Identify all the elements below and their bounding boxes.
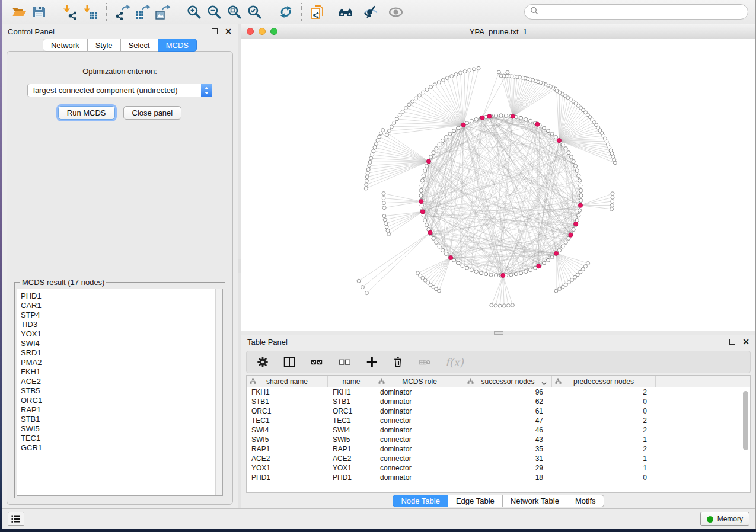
cell-predecessor-nodes[interactable]: 0	[552, 398, 656, 406]
cell-shared-name[interactable]: ACE2	[247, 454, 328, 463]
table-row[interactable]: SWI4SWI4dominator462	[247, 425, 750, 435]
cell-successor-nodes[interactable]: 43	[464, 435, 552, 444]
cell-predecessor-nodes[interactable]: 2	[552, 426, 656, 434]
cell-shared-name[interactable]: RAP1	[247, 445, 328, 453]
mcds-result-item[interactable]: RAP1	[21, 405, 212, 415]
cell-predecessor-nodes[interactable]: 1	[552, 464, 656, 472]
float-panel-icon[interactable]	[212, 28, 218, 34]
cell-predecessor-nodes[interactable]: 1	[552, 454, 656, 463]
cell-mcds-role[interactable]: dominator	[375, 426, 464, 434]
cell-shared-name[interactable]: SWI5	[247, 435, 328, 444]
float-panel-icon[interactable]	[729, 339, 735, 345]
tab-mcds[interactable]: MCDS	[158, 39, 197, 52]
cell-mcds-role[interactable]: dominator	[375, 407, 464, 415]
select-all-icon[interactable]	[310, 355, 324, 368]
minimize-window-icon[interactable]	[259, 28, 266, 35]
mcds-result-item[interactable]: TEC1	[21, 434, 212, 443]
cell-shared-name[interactable]: ORC1	[247, 407, 328, 415]
column-header-successor-nodes[interactable]: successor nodes	[464, 376, 552, 387]
mcds-result-item[interactable]: SRD1	[21, 348, 212, 358]
add-row-icon[interactable]	[365, 355, 378, 368]
search-field[interactable]	[524, 4, 748, 20]
cell-predecessor-nodes[interactable]: 2	[552, 416, 656, 425]
clone-network-icon[interactable]	[307, 2, 327, 21]
network-graph[interactable]	[241, 39, 755, 331]
cell-name[interactable]: RAP1	[328, 445, 375, 453]
splitter-handle[interactable]	[494, 331, 503, 335]
zoom-fit-icon[interactable]	[224, 2, 244, 21]
cell-shared-name[interactable]: STB1	[247, 398, 328, 406]
cell-successor-nodes[interactable]: 29	[464, 464, 552, 472]
mcds-list-scrollbar[interactable]	[215, 289, 222, 495]
cell-successor-nodes[interactable]: 35	[464, 445, 552, 453]
horizontal-splitter[interactable]	[241, 331, 755, 335]
mcds-result-item[interactable]: SWI5	[21, 424, 212, 434]
tab-network[interactable]: Network	[43, 39, 88, 52]
cell-mcds-role[interactable]: dominator	[375, 388, 464, 396]
mcds-result-item[interactable]: PHD1	[21, 291, 212, 301]
table-row[interactable]: ORC1ORC1dominator610	[247, 406, 750, 416]
zoom-in-icon[interactable]	[184, 2, 204, 21]
cell-mcds-role[interactable]: connector	[375, 454, 464, 463]
cell-mcds-role[interactable]: connector	[375, 435, 464, 444]
mcds-result-item[interactable]: ACE2	[21, 377, 212, 386]
tab-edge-table[interactable]: Edge Table	[448, 495, 503, 507]
table-row[interactable]: PHD1PHD1dominator180	[247, 473, 750, 482]
cell-name[interactable]: SWI5	[328, 435, 375, 444]
search-input[interactable]	[542, 8, 742, 17]
cell-successor-nodes[interactable]: 18	[464, 473, 552, 482]
task-history-button[interactable]	[8, 512, 24, 526]
network-canvas[interactable]	[241, 39, 755, 331]
table-row[interactable]: ACE2ACE2connector311	[247, 454, 750, 463]
memory-button[interactable]: Memory	[700, 512, 749, 526]
cell-shared-name[interactable]: TEC1	[247, 416, 328, 425]
mcds-result-item[interactable]: ORC1	[21, 396, 212, 405]
cell-name[interactable]: STB1	[328, 398, 375, 406]
tab-style[interactable]: Style	[88, 39, 121, 52]
network-view-titlebar[interactable]: YPA_prune.txt_1	[241, 24, 755, 39]
cell-name[interactable]: TEC1	[328, 416, 375, 425]
criterion-dropdown[interactable]: largest connected component (undirected)	[27, 84, 212, 97]
save-session-icon[interactable]	[29, 2, 49, 21]
cell-name[interactable]: ORC1	[328, 407, 375, 415]
column-header-predecessor-nodes[interactable]: predecessor nodes	[552, 376, 656, 387]
table-row[interactable]: FKH1FKH1dominator962	[247, 387, 750, 397]
import-network-icon[interactable]	[60, 2, 81, 21]
table-row[interactable]: YOX1YOX1connector291	[247, 463, 750, 473]
import-table-icon[interactable]	[81, 2, 101, 21]
table-scrollbar[interactable]	[743, 391, 748, 450]
mcds-result-item[interactable]: FKH1	[21, 367, 212, 377]
tab-network-table[interactable]: Network Table	[503, 495, 567, 507]
table-row[interactable]: STB1STB1dominator620	[247, 397, 750, 406]
cell-successor-nodes[interactable]: 46	[464, 426, 552, 434]
cell-name[interactable]: FKH1	[328, 388, 375, 396]
table-row[interactable]: TEC1TEC1connector472	[247, 416, 750, 425]
cell-mcds-role[interactable]: dominator	[375, 445, 464, 453]
close-panel-icon[interactable]: ✕	[742, 339, 749, 345]
cell-predecessor-nodes[interactable]: 2	[552, 388, 656, 396]
mcds-result-item[interactable]: STB1	[21, 415, 212, 424]
export-network-icon[interactable]	[112, 2, 132, 21]
open-session-icon[interactable]	[9, 2, 29, 21]
deselect-all-icon[interactable]	[337, 355, 352, 368]
cell-shared-name[interactable]: PHD1	[247, 473, 328, 482]
column-header-shared-name[interactable]: shared name	[247, 376, 328, 387]
cell-successor-nodes[interactable]: 47	[464, 416, 552, 425]
cell-name[interactable]: YOX1	[328, 464, 375, 472]
cell-predecessor-nodes[interactable]: 1	[552, 435, 656, 444]
cell-predecessor-nodes[interactable]: 2	[552, 445, 656, 453]
cell-successor-nodes[interactable]: 61	[464, 407, 552, 415]
close-window-icon[interactable]	[247, 28, 254, 35]
cell-successor-nodes[interactable]: 31	[464, 454, 552, 463]
export-image-icon[interactable]	[152, 2, 173, 21]
maximize-window-icon[interactable]	[270, 28, 277, 35]
run-mcds-button[interactable]: Run MCDS	[58, 106, 115, 120]
first-neighbors-icon[interactable]	[336, 2, 356, 21]
refresh-layout-icon[interactable]	[276, 2, 296, 21]
zoom-out-icon[interactable]	[204, 2, 224, 21]
show-all-icon[interactable]	[385, 2, 406, 21]
close-panel-icon[interactable]: ✕	[225, 28, 232, 34]
mcds-result-item[interactable]: PMA2	[21, 358, 212, 367]
show-column-icon[interactable]	[283, 355, 296, 368]
sort-desc-icon[interactable]	[541, 379, 547, 387]
